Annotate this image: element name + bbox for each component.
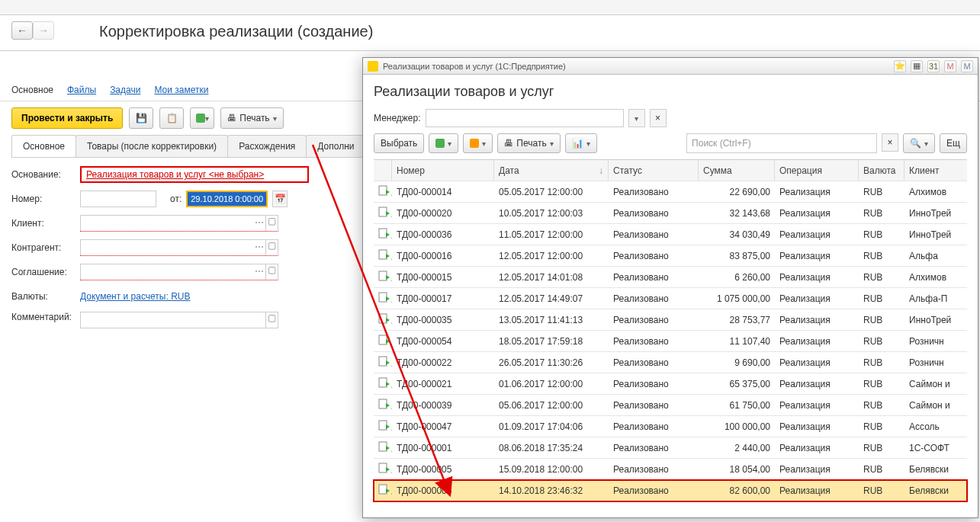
cell-cur: RUB	[859, 229, 904, 240]
open-icon[interactable]: ▢	[265, 240, 278, 255]
table-row[interactable]: ТД00-00001405.05.2017 12:00:00Реализован…	[374, 181, 967, 203]
col-client[interactable]: Клиент	[904, 160, 975, 181]
comment-input[interactable]: ▢	[80, 312, 278, 328]
cell-sum: 18 054,00	[699, 464, 775, 475]
from-label: от:	[170, 194, 182, 204]
open-icon[interactable]: ▢	[265, 312, 278, 328]
form-tab-goods[interactable]: Товары (после корректировки)	[76, 135, 228, 157]
cell-client: Алхимов	[904, 187, 975, 197]
manager-label: Менеджер:	[374, 113, 421, 123]
basis-field[interactable]: Реализация товаров и услуг <не выбран>	[80, 166, 309, 183]
cell-cur: RUB	[859, 421, 904, 432]
col-date[interactable]: Дата↓	[494, 160, 609, 181]
favorite-icon[interactable]: ⭐	[894, 60, 906, 72]
table-row[interactable]: ТД00-00004701.09.2017 17:04:06Реализован…	[374, 416, 967, 437]
table-row[interactable]: ТД00-00000514.10.2018 23:46:32Реализован…	[374, 480, 967, 501]
post-and-close-button[interactable]: Провести и закрыть	[11, 107, 123, 129]
calendar-mini-icon[interactable]: 31	[927, 60, 940, 72]
col-number[interactable]: Номер	[392, 160, 494, 181]
cell-op: Реализация	[775, 315, 859, 325]
date-input[interactable]: 29.10.2018 0:00:00	[186, 191, 268, 207]
form-tab-diff[interactable]: Расхождения	[227, 135, 307, 157]
cell-status: Реализовано	[609, 251, 699, 261]
select-button[interactable]: Выбрать	[374, 133, 424, 153]
more-button[interactable]: Ещ	[940, 133, 967, 153]
print-icon: 🖶	[227, 113, 236, 123]
cell-date: 08.06.2018 17:35:24	[494, 443, 609, 453]
table-row[interactable]: ТД00-00003611.05.2017 12:00:00Реализован…	[374, 224, 967, 245]
table-row[interactable]: ТД00-00000515.09.2018 12:00:00Реализован…	[374, 459, 967, 480]
open-icon[interactable]: ▢	[265, 216, 278, 231]
cell-date: 05.06.2017 12:00:00	[494, 400, 609, 411]
cell-status: Реализовано	[609, 357, 699, 368]
cell-status: Реализовано	[609, 421, 699, 432]
agreement-input[interactable]: ▢	[80, 264, 278, 280]
table-row[interactable]: ТД00-00002010.05.2017 12:00:03Реализован…	[374, 203, 967, 224]
table-row[interactable]: ТД00-00000108.06.2018 17:35:24Реализован…	[374, 437, 967, 459]
print-button[interactable]: 🖶Печать▾	[220, 107, 283, 129]
search-clear-button[interactable]: ×	[882, 133, 898, 152]
table-row[interactable]: ТД00-00003513.05.2017 11:41:13Реализован…	[374, 309, 967, 331]
report-popup-button[interactable]: 📊 ▾	[565, 133, 597, 153]
cell-client: Саймон и	[904, 379, 975, 389]
col-op[interactable]: Операция	[775, 160, 859, 181]
table-row[interactable]: ТД00-00001712.05.2017 14:49:07Реализован…	[374, 288, 967, 309]
cell-status: Реализовано	[609, 379, 699, 389]
cell-client: Розничн	[904, 336, 975, 347]
find-button[interactable]: 🔍 ▾	[903, 133, 935, 153]
table-row[interactable]: ТД00-00001612.05.2017 12:00:00Реализован…	[374, 245, 967, 267]
m2-icon[interactable]: M	[961, 60, 973, 72]
svg-rect-14	[379, 485, 387, 494]
grid-icon[interactable]: ▦	[911, 60, 923, 72]
tab-tasks[interactable]: Задачи	[110, 85, 140, 95]
action-popup-button[interactable]: ▾	[463, 133, 493, 153]
manager-input[interactable]	[426, 109, 624, 127]
contragent-input[interactable]: ▢	[80, 239, 278, 256]
currency-link[interactable]: Документ и расчеты: RUB	[80, 291, 190, 302]
print-icon: 🖶	[504, 138, 513, 149]
open-icon[interactable]: ▢	[265, 264, 278, 280]
post-button[interactable]: 📋	[159, 107, 184, 129]
tab-files[interactable]: Файлы	[67, 85, 96, 95]
number-input[interactable]	[80, 191, 156, 207]
calendar-button[interactable]: 📅	[272, 191, 288, 207]
form-tab-main[interactable]: Основное	[11, 135, 76, 157]
cell-op: Реализация	[775, 272, 859, 283]
search-icon: 🔍	[910, 138, 921, 149]
manager-dropdown-button[interactable]: ▾	[628, 109, 645, 127]
print-popup-button[interactable]: 🖶Печать ▾	[497, 133, 560, 153]
cell-sum: 34 030,49	[699, 229, 775, 240]
basis-link[interactable]: Реализация товаров и услуг <не выбран>	[86, 169, 264, 180]
cell-date: 14.10.2018 23:46:32	[494, 485, 609, 496]
cell-status: Реализовано	[609, 293, 699, 304]
green-plus-icon	[435, 139, 445, 148]
client-input[interactable]: ▢	[80, 215, 278, 232]
table-row[interactable]: ТД00-00005418.05.2017 17:59:18Реализован…	[374, 331, 967, 352]
cell-sum: 1 075 000,00	[699, 293, 775, 304]
tab-main[interactable]: Основное	[11, 85, 53, 95]
svg-rect-7	[379, 335, 387, 344]
table-row[interactable]: ТД00-00002101.06.2017 12:00:00Реализован…	[374, 373, 967, 395]
create-based-popup-button[interactable]: ▾	[429, 133, 458, 153]
document-posted-icon	[378, 292, 390, 303]
report-icon: 📊	[572, 138, 583, 149]
search-input[interactable]: Поиск (Ctrl+F)	[686, 133, 877, 153]
table-row[interactable]: ТД00-00003905.06.2017 12:00:00Реализован…	[374, 395, 967, 416]
m-icon[interactable]: M	[944, 60, 956, 72]
table-row[interactable]: ТД00-00002226.05.2017 11:30:26Реализован…	[374, 352, 967, 373]
form-tab-extra[interactable]: Дополни	[306, 135, 365, 157]
col-status[interactable]: Статус	[609, 160, 699, 181]
cell-status: Реализовано	[609, 229, 699, 240]
col-sum[interactable]: Сумма	[699, 160, 775, 181]
tab-notes[interactable]: Мои заметки	[154, 85, 208, 95]
svg-rect-9	[379, 378, 387, 387]
col-cur[interactable]: Валюта	[859, 160, 904, 181]
table-row[interactable]: ТД00-00001512.05.2017 14:01:08Реализован…	[374, 267, 967, 288]
cell-date: 26.05.2017 11:30:26	[494, 357, 609, 368]
cell-number: ТД00-000022	[392, 357, 494, 368]
cell-client: Розничн	[904, 357, 975, 368]
create-based-button[interactable]: ▾	[190, 107, 214, 129]
manager-clear-button[interactable]: ×	[650, 109, 667, 127]
save-button[interactable]: 💾	[129, 107, 153, 129]
popup-titlebar[interactable]: Реализации товаров и услуг (1С:Предприят…	[363, 58, 978, 75]
